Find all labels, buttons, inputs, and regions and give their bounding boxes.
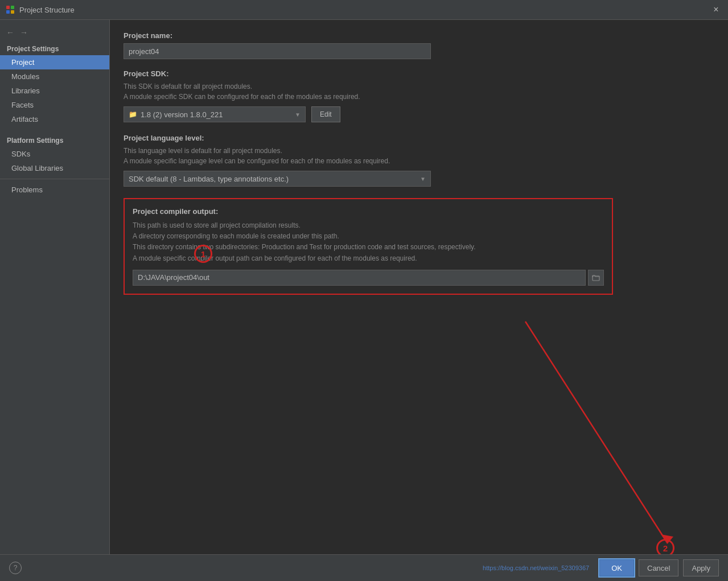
svg-rect-3: [11, 10, 14, 14]
project-sdk-desc: This SDK is default for all project modu…: [124, 81, 714, 102]
project-settings-label: Project Settings: [0, 40, 109, 55]
project-language-label: Project language level:: [124, 134, 714, 142]
sidebar-item-artifacts[interactable]: Artifacts: [0, 112, 109, 126]
project-sdk-label: Project SDK:: [124, 69, 714, 78]
main-content: Project name: Project SDK: This SDK is d…: [110, 20, 728, 554]
ok-button[interactable]: OK: [599, 559, 634, 576]
url-tooltip: https://blog.csdn.net/weixin_52309367: [483, 564, 589, 571]
project-language-desc: This language level is default for all p…: [124, 146, 714, 166]
platform-settings-label: Platform Settings: [0, 132, 109, 147]
path-input-row: [133, 270, 604, 286]
project-name-label: Project name:: [124, 31, 714, 40]
sidebar-item-problems[interactable]: Problems: [0, 183, 109, 197]
sidebar-item-sdks[interactable]: SDKs: [0, 147, 109, 161]
close-button[interactable]: ×: [710, 3, 722, 16]
back-arrow[interactable]: ←: [5, 27, 16, 38]
svg-rect-1: [11, 6, 14, 9]
svg-rect-2: [6, 10, 10, 14]
language-dropdown[interactable]: SDK default (8 - Lambdas, type annotatio…: [124, 171, 431, 187]
title-bar: Project Structure ×: [0, 0, 728, 20]
compiler-output-title: Project compiler output:: [133, 207, 604, 216]
project-name-input[interactable]: [124, 43, 431, 59]
edit-sdk-button[interactable]: Edit: [311, 106, 340, 122]
svg-rect-0: [6, 6, 10, 9]
bottom-toolbar: ? https://blog.csdn.net/weixin_52309367 …: [0, 554, 728, 581]
bottom-left: ?: [9, 562, 22, 574]
sdk-row: 📁 1.8 (2) version 1.8.0_221 ▼ Edit: [124, 106, 714, 122]
nav-arrows: ← →: [0, 24, 109, 40]
dialog-title: Project Structure: [19, 6, 710, 14]
help-button[interactable]: ?: [9, 562, 22, 574]
sidebar-item-facets[interactable]: Facets: [0, 98, 109, 112]
sidebar-item-project[interactable]: Project: [0, 55, 109, 69]
sidebar-item-modules[interactable]: Modules: [0, 69, 109, 84]
svg-line-5: [525, 322, 668, 543]
apply-button[interactable]: Apply: [683, 559, 719, 576]
sidebar: ← → Project Settings Project Modules Lib…: [0, 20, 110, 554]
sidebar-item-libraries[interactable]: Libraries: [0, 84, 109, 98]
sdk-folder-icon: 📁: [129, 110, 137, 118]
sdk-dropdown[interactable]: 📁 1.8 (2) version 1.8.0_221 ▼: [124, 106, 306, 122]
compiler-output-path-input[interactable]: [133, 270, 586, 286]
forward-arrow[interactable]: →: [18, 27, 30, 38]
app-icon: [6, 5, 15, 14]
browse-folder-button[interactable]: [588, 270, 604, 286]
annotation-circle-1: 1: [194, 245, 212, 263]
language-dropdown-arrow: ▼: [420, 176, 426, 182]
cancel-button[interactable]: Cancel: [639, 559, 678, 576]
sidebar-item-global-libraries[interactable]: Global Libraries: [0, 161, 109, 175]
annotation-circle-2: 2: [656, 539, 674, 554]
sdk-dropdown-arrow: ▼: [295, 112, 301, 118]
